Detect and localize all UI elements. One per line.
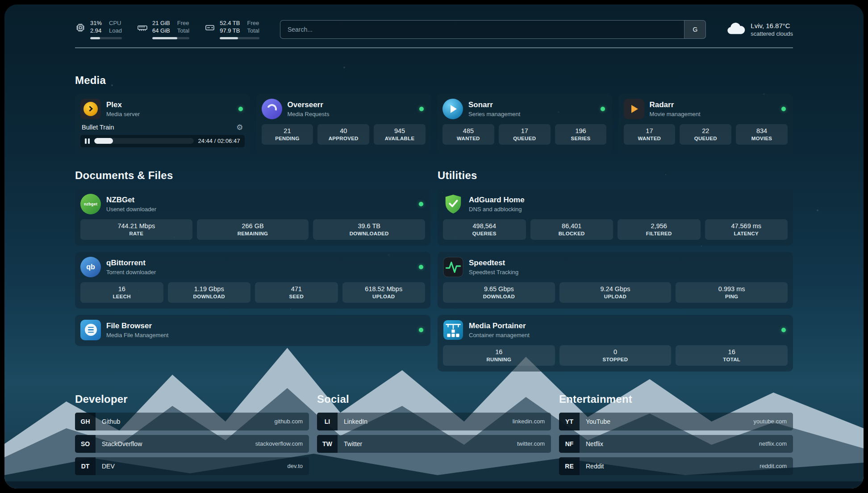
stat-value: 266 GB bbox=[199, 222, 307, 230]
status-dot bbox=[781, 328, 786, 332]
radarr-card[interactable]: Radarr Movie management 17WANTED 22QUEUE… bbox=[618, 94, 793, 153]
settings-gear-icon[interactable]: ⚙ bbox=[236, 124, 243, 131]
stat-label: REMAINING bbox=[199, 231, 307, 236]
bookmark-url: dev.to bbox=[281, 463, 309, 469]
stat-label: QUEUED bbox=[681, 136, 730, 141]
stat-value: 16 bbox=[82, 285, 162, 292]
stat-label: APPROVED bbox=[319, 136, 367, 141]
disk-icon bbox=[204, 20, 215, 35]
memory-free-label: Free bbox=[177, 20, 189, 27]
stat-tile: 266 GBREMAINING bbox=[197, 219, 309, 240]
overseerr-icon bbox=[262, 99, 282, 119]
search-input[interactable] bbox=[280, 21, 684, 38]
app-name: Radarr bbox=[650, 100, 776, 109]
stat-label: LATENCY bbox=[707, 231, 786, 236]
header-divider bbox=[75, 47, 793, 48]
bookmark-group-social: Social LI LinkedIn linkedin.com TW Twitt… bbox=[317, 393, 551, 475]
bookmark-netflix[interactable]: NF Netflix netflix.com bbox=[559, 435, 793, 453]
topbar: 31% CPU 2.94 Load 21 GiB bbox=[75, 20, 793, 39]
bookmark-github[interactable]: GH Github github.com bbox=[75, 413, 309, 430]
section-title-media: Media bbox=[75, 74, 793, 87]
memory-total: 64 GiB bbox=[152, 27, 170, 34]
filebrowser-card[interactable]: File Browser Media File Management bbox=[75, 315, 430, 346]
weather-location: Lviv, 16.87°C bbox=[751, 22, 793, 29]
stat-value: 9.65 Gbps bbox=[445, 285, 553, 292]
memory-total-label: Total bbox=[177, 27, 189, 34]
system-monitors: 31% CPU 2.94 Load 21 GiB bbox=[75, 20, 259, 39]
cpu-usage: 31% bbox=[90, 20, 102, 27]
speedtest-card[interactable]: Speedtest Speedtest Tracking 9.65 GbpsDO… bbox=[438, 252, 793, 309]
stat-tile: 47.569 msLATENCY bbox=[705, 219, 788, 240]
stat-label: TOTAL bbox=[677, 357, 786, 362]
cpu-icon bbox=[75, 20, 86, 35]
disk-progress-fill bbox=[220, 37, 238, 39]
playback-progress-fill bbox=[94, 138, 113, 144]
stat-tile: 744.21 MbpsRATE bbox=[80, 219, 192, 240]
stat-label: PENDING bbox=[263, 136, 312, 141]
playback-progress[interactable] bbox=[94, 138, 194, 144]
stat-tile: 16LEECH bbox=[80, 282, 163, 303]
bookmark-reddit[interactable]: RE Reddit reddit.com bbox=[559, 457, 793, 475]
portainer-card[interactable]: Media Portainer Container management 16R… bbox=[438, 315, 793, 372]
stat-value: 39.6 TB bbox=[315, 222, 423, 230]
stat-tile: 39.6 TBDOWNLOADED bbox=[313, 219, 425, 240]
section-title-entertainment: Entertainment bbox=[559, 393, 793, 405]
stat-tile: 196SERIES bbox=[555, 124, 607, 145]
adguard-card[interactable]: AdGuard Home DNS and adblocking 498,564Q… bbox=[438, 189, 793, 246]
memory-monitor: 21 GiB Free 64 GiB Total bbox=[137, 20, 189, 39]
bookmark-url: reddit.com bbox=[753, 463, 793, 469]
bookmark-name: YouTube bbox=[580, 418, 747, 425]
media-grid: Plex Media server Bullet Train ⚙ 24:44 /… bbox=[75, 94, 793, 153]
bookmark-name: DEV bbox=[96, 463, 281, 470]
overseerr-card[interactable]: Overseerr Media Requests 21PENDING 40APP… bbox=[256, 94, 431, 153]
pause-icon[interactable] bbox=[85, 138, 90, 144]
plex-card[interactable]: Plex Media server Bullet Train ⚙ 24:44 /… bbox=[75, 94, 250, 153]
search-provider-button[interactable]: G bbox=[684, 21, 705, 38]
bookmark-twitter[interactable]: TW Twitter twitter.com bbox=[317, 435, 551, 453]
nzbget-card[interactable]: nzbget NZBGet Usenet downloader 744.21 M… bbox=[75, 189, 430, 246]
stat-tile: 16RUNNING bbox=[443, 345, 555, 366]
stat-tile: 17QUEUED bbox=[499, 124, 551, 145]
stat-label: DOWNLOAD bbox=[445, 294, 553, 299]
app-name: File Browser bbox=[106, 322, 413, 330]
bookmark-dev[interactable]: DT DEV dev.to bbox=[75, 457, 309, 475]
bookmark-youtube[interactable]: YT YouTube youtube.com bbox=[559, 413, 793, 430]
cpu-progress-fill bbox=[90, 37, 100, 39]
section-title-documents: Documents & Files bbox=[75, 169, 430, 182]
qbittorrent-card[interactable]: qb qBittorrent Torrent downloader 16LEEC… bbox=[75, 252, 430, 309]
stat-value: 21 bbox=[263, 127, 312, 134]
app-name: Overseerr bbox=[288, 100, 414, 109]
bookmark-abbr: DT bbox=[75, 457, 96, 475]
stat-label: QUERIES bbox=[445, 231, 524, 236]
app-subtitle: Container management bbox=[469, 332, 776, 338]
stat-label: RATE bbox=[82, 231, 191, 236]
bookmark-name: Github bbox=[96, 418, 268, 425]
app-subtitle: Speedtest Tracking bbox=[469, 269, 788, 276]
bookmark-abbr: YT bbox=[559, 413, 580, 430]
status-dot bbox=[419, 328, 423, 332]
stat-label: QUEUED bbox=[501, 136, 549, 141]
stat-value: 40 bbox=[319, 127, 367, 134]
bookmark-stackoverflow[interactable]: SO StackOverflow stackoverflow.com bbox=[75, 435, 309, 453]
section-title-social: Social bbox=[317, 393, 551, 405]
app-name: qBittorrent bbox=[106, 259, 413, 267]
bookmark-linkedin[interactable]: LI LinkedIn linkedin.com bbox=[317, 413, 551, 430]
stat-value: 498,564 bbox=[445, 222, 524, 230]
stat-label: LEECH bbox=[82, 294, 162, 299]
weather-widget: Lviv, 16.87°C scattered clouds bbox=[726, 22, 793, 37]
bookmark-group-developer: Developer GH Github github.com SO StackO… bbox=[75, 393, 309, 475]
stat-label: SEED bbox=[257, 294, 336, 299]
playback-time: 24:44 / 02:06:47 bbox=[198, 138, 240, 144]
sonarr-card[interactable]: Sonarr Series management 485WANTED 17QUE… bbox=[437, 94, 612, 153]
app-subtitle: Usenet downloader bbox=[106, 206, 413, 213]
stat-value: 47.569 ms bbox=[707, 222, 786, 230]
radarr-icon bbox=[624, 99, 644, 119]
bookmark-url: youtube.com bbox=[747, 418, 793, 425]
memory-free: 21 GiB bbox=[152, 20, 170, 27]
plex-player: 24:44 / 02:06:47 bbox=[80, 135, 245, 147]
cpu-progress-track bbox=[90, 37, 122, 39]
app-name: Sonarr bbox=[468, 100, 595, 109]
app-name: Media Portainer bbox=[469, 322, 776, 330]
stat-label: MOVIES bbox=[738, 136, 786, 141]
dashboard-screen: 31% CPU 2.94 Load 21 GiB bbox=[4, 4, 864, 489]
